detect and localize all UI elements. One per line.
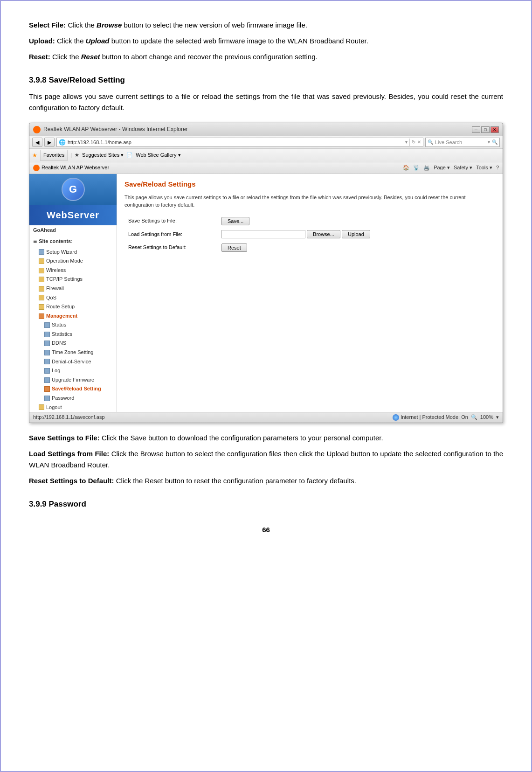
sidebar-item-status[interactable]: Status [29, 320, 117, 330]
sidebar-item-route-setup[interactable]: Route Setup [29, 302, 117, 312]
save-button[interactable]: Save... [221, 217, 249, 225]
search-bar[interactable]: 🔍 Live Search ▾ 🔍 [425, 138, 500, 147]
route-setup-icon [39, 304, 44, 310]
browser-titlebar: Realtek WLAN AP Webserver - Windows Inte… [29, 123, 503, 136]
reset-bold: Reset [81, 53, 100, 61]
section3-title: 3.9.9 Password [29, 498, 503, 510]
close-button[interactable]: ✕ [491, 126, 499, 133]
sidebar-item-ddns[interactable]: DDNS [29, 339, 117, 348]
qos-icon [39, 295, 44, 300]
page-heading: Save/Reload Settings [124, 179, 495, 190]
sidebar-item-statistics[interactable]: Statistics [29, 330, 117, 339]
status-bar: http://192.168.1.1/saveconf.asp Internet… [29, 412, 503, 423]
load-settings-para: Load Settings from File: Click the Brows… [29, 448, 503, 471]
reset-settings-para-label: Reset Settings to Default: [29, 477, 114, 485]
status-left: http://192.168.1.1/saveconf.asp [33, 413, 105, 422]
search-dropdown[interactable]: ▾ [488, 139, 490, 146]
print-icon[interactable]: 🖨️ [423, 164, 430, 172]
tcpip-icon [39, 277, 44, 282]
sidebar-item-operation-mode[interactable]: Operation Mode [29, 257, 117, 266]
search-placeholder-text: Live Search [435, 139, 486, 147]
log-icon [44, 368, 50, 374]
site-contents-label: ≡ Site contents: [29, 235, 117, 247]
sidebar-item-timezone[interactable]: Time Zone Setting [29, 348, 117, 357]
browser-window: Realtek WLAN AP Webserver - Windows Inte… [29, 123, 503, 423]
statistics-label: Statistics [52, 330, 72, 339]
sidebar-item-tcpip[interactable]: TCP/IP Settings [29, 275, 117, 284]
home-icon[interactable]: 🏠 [403, 164, 409, 172]
reset-defaults-button[interactable]: Reset [221, 243, 247, 252]
sidebar-item-log[interactable]: Log [29, 366, 117, 376]
zoom-icon: 🔍 [471, 413, 477, 422]
firewall-icon [39, 286, 44, 292]
safety-menu[interactable]: Safety ▾ [454, 164, 472, 172]
browser-controls[interactable]: ─ □ ✕ [472, 126, 499, 133]
status-icon [44, 322, 50, 328]
address-stop[interactable]: ✕ [417, 139, 421, 146]
sidebar-item-dos[interactable]: Denial-of-Service [29, 357, 117, 367]
maximize-button[interactable]: □ [481, 126, 490, 133]
save-reload-label: Save/Reload Setting [52, 385, 101, 393]
sidebar-item-save-reload[interactable]: Save/Reload Setting [29, 384, 117, 394]
select-file-label: Select File: [29, 21, 66, 29]
load-settings-cell: Browse... Upload [218, 228, 495, 241]
section1-description: This page allows you save current settin… [29, 91, 503, 113]
browse-button[interactable]: Browse... [307, 230, 340, 238]
browser-favicon [33, 126, 41, 133]
sidebar-item-wireless[interactable]: Wireless [29, 266, 117, 275]
page-menu[interactable]: Page ▾ [434, 164, 450, 172]
upload-text: Click the [57, 37, 86, 45]
page-footer: 66 [29, 524, 503, 536]
logout-label: Logout [46, 403, 62, 412]
help-button[interactable]: ? [496, 164, 499, 172]
password-icon [44, 396, 50, 401]
sidebar-item-logout[interactable]: Logout [29, 403, 117, 412]
fav-divider: | [70, 151, 72, 160]
status-right: Internet | Protected Mode: On 🔍 100% ▾ [393, 413, 499, 422]
zoom-dropdown[interactable]: ▾ [496, 413, 499, 422]
sidebar-item-password[interactable]: Password [29, 394, 117, 403]
management-icon [39, 313, 44, 319]
upgrade-firmware-icon [44, 377, 50, 383]
address-bar[interactable]: 🌐 http://192.168.1.1/home.asp ▾ ↻ ✕ [56, 138, 423, 147]
upload-rest: button to update the selected web firmwa… [110, 37, 368, 45]
setup-wizard-icon [39, 249, 44, 255]
upload-button[interactable]: Upload [342, 230, 370, 238]
sidebar-item-qos[interactable]: QoS [29, 293, 117, 303]
status-label: Status [52, 321, 66, 329]
management-label: Management [46, 312, 77, 320]
forward-button[interactable]: ▶ [44, 138, 55, 147]
dos-label: Denial-of-Service [52, 358, 91, 366]
sidebar-item-firewall[interactable]: Firewall [29, 284, 117, 293]
sidebar-item-management[interactable]: Management [29, 312, 117, 321]
site-contents-icon: ≡ [33, 236, 37, 246]
page-desc: This page allows you save current settin… [124, 194, 495, 209]
back-button[interactable]: ◀ [32, 138, 42, 147]
reset-label: Reset: [29, 53, 50, 61]
address-dropdown[interactable]: ▾ [405, 139, 408, 146]
sidebar-item-setup-wizard[interactable]: Setup Wizard [29, 248, 117, 257]
load-row: Load Settings from File: Browse... Uploa… [124, 228, 495, 241]
internet-badge: Internet | Protected Mode: On [393, 413, 468, 422]
reset-rest: button to abort change and recover the p… [100, 53, 318, 61]
reset-para: Reset: Click the Reset button to abort c… [29, 51, 503, 63]
favorites-label: Favorites [43, 151, 64, 160]
address-refresh[interactable]: ↻ [409, 139, 415, 146]
search-go[interactable]: 🔍 [492, 139, 497, 146]
statistics-icon [44, 332, 50, 337]
minimize-button[interactable]: ─ [472, 126, 480, 133]
wireless-label: Wireless [46, 266, 66, 275]
tools-menu[interactable]: Tools ▾ [476, 164, 492, 172]
reset-text: Click the [52, 53, 81, 61]
page-tab[interactable]: Realtek WLAN AP Webserver [33, 164, 109, 172]
load-settings-input[interactable] [221, 230, 305, 238]
save-settings-text: Click the Save button to download the co… [102, 434, 383, 442]
sidebar-item-upgrade-firmware[interactable]: Upgrade Firmware [29, 376, 117, 385]
log-label: Log [52, 367, 60, 375]
browser-main-content: Save/Reload Settings This page allows yo… [117, 174, 503, 412]
feeds-icon[interactable]: 📡 [413, 164, 420, 172]
favorites-button[interactable]: Favorites [40, 150, 68, 161]
suggested-sites-label[interactable]: Suggested Sites ▾ [82, 151, 124, 160]
web-slice-icon: 📄 [126, 151, 133, 160]
web-slice-label[interactable]: Web Slice Gallery ▾ [136, 151, 180, 160]
